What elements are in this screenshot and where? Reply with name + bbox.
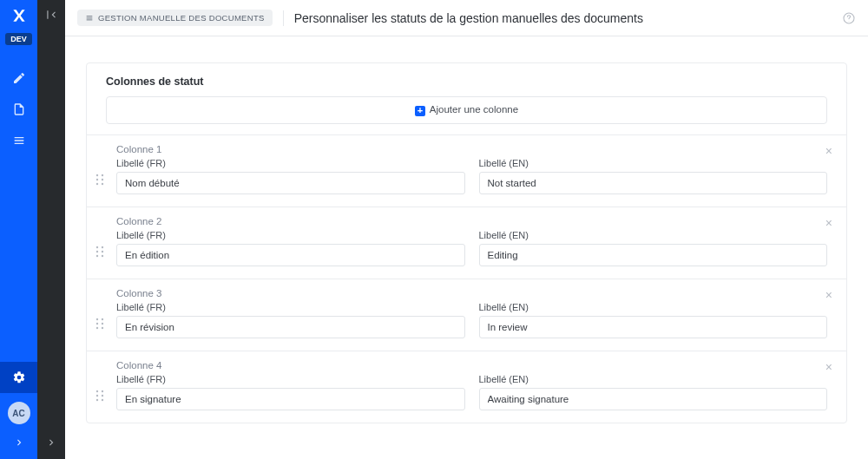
- content: Colonnes de statut +Ajouter une colonne …: [65, 36, 868, 459]
- column-title: Colonne 4: [99, 360, 827, 374]
- add-column-label: Ajouter une colonne: [430, 104, 518, 115]
- drag-handle-icon[interactable]: [95, 390, 104, 404]
- remove-column-icon[interactable]: ×: [825, 216, 832, 230]
- svg-point-9: [102, 246, 103, 247]
- column-title: Colonne 2: [99, 216, 827, 230]
- libelle-en-input[interactable]: [479, 388, 828, 410]
- breadcrumb-label: GESTION MANUELLE DES DOCUMENTS: [98, 13, 265, 23]
- svg-point-10: [96, 250, 98, 252]
- column-block: Colonne 3 × Libellé (FR) Libellé (EN): [87, 279, 846, 351]
- remove-column-icon[interactable]: ×: [825, 288, 832, 302]
- column-block: Colonne 4 × Libellé (FR) Libellé (EN): [87, 351, 846, 423]
- plus-icon: +: [415, 106, 425, 116]
- libelle-en-input[interactable]: [479, 244, 828, 266]
- svg-point-12: [96, 254, 98, 256]
- svg-point-7: [102, 182, 103, 184]
- libelle-fr-input[interactable]: [116, 244, 465, 266]
- svg-point-15: [102, 318, 103, 319]
- column-block: Colonne 1 × Libellé (FR) Libellé (EN): [87, 134, 846, 207]
- svg-point-24: [96, 398, 98, 400]
- svg-point-23: [102, 394, 103, 396]
- nav-settings-icon[interactable]: [0, 362, 37, 393]
- status-columns-card: Colonnes de statut +Ajouter une colonne …: [86, 62, 847, 423]
- drag-handle-icon[interactable]: [95, 174, 104, 188]
- libelle-en-input[interactable]: [479, 316, 828, 338]
- field-label-en: Libellé (EN): [479, 374, 828, 384]
- user-avatar[interactable]: AC: [8, 402, 30, 424]
- libelle-fr-input[interactable]: [116, 388, 465, 410]
- topbar-divider: [283, 10, 284, 26]
- svg-point-1: [849, 20, 850, 21]
- dev-badge: DEV: [5, 33, 32, 45]
- svg-point-17: [102, 322, 103, 324]
- svg-point-25: [102, 398, 103, 400]
- svg-point-22: [96, 394, 98, 396]
- column-title: Colonne 3: [99, 288, 827, 302]
- nav-document-icon[interactable]: [0, 94, 37, 125]
- svg-point-3: [102, 174, 103, 175]
- svg-point-8: [96, 246, 98, 247]
- main: GESTION MANUELLE DES DOCUMENTS Personnal…: [65, 0, 868, 459]
- page-title: Personnaliser les statuts de la gestion …: [294, 11, 832, 25]
- column-title: Colonne 1: [99, 144, 827, 158]
- svg-point-5: [102, 178, 103, 180]
- primary-sidebar: DEV AC: [0, 0, 37, 459]
- svg-point-6: [96, 182, 98, 184]
- remove-column-icon[interactable]: ×: [825, 144, 832, 158]
- drag-handle-icon[interactable]: [95, 318, 104, 332]
- nav-list-icon[interactable]: [0, 125, 37, 156]
- svg-point-13: [102, 254, 103, 256]
- remove-column-icon[interactable]: ×: [825, 360, 832, 374]
- svg-point-19: [102, 326, 103, 328]
- field-label-fr: Libellé (FR): [116, 374, 465, 384]
- libelle-fr-input[interactable]: [116, 172, 465, 194]
- field-label-en: Libellé (EN): [479, 158, 828, 168]
- secondary-chevron-icon[interactable]: [37, 429, 65, 456]
- svg-point-4: [96, 178, 98, 180]
- svg-point-16: [96, 322, 98, 324]
- card-title: Colonnes de statut: [87, 63, 846, 96]
- svg-point-20: [96, 390, 98, 391]
- secondary-sidebar: [37, 0, 65, 459]
- collapse-sidebar-icon[interactable]: [45, 9, 57, 23]
- svg-point-14: [96, 318, 98, 319]
- breadcrumb-icon: [85, 14, 94, 23]
- libelle-fr-input[interactable]: [116, 316, 465, 338]
- drag-handle-icon[interactable]: [95, 246, 104, 260]
- column-block: Colonne 2 × Libellé (FR) Libellé (EN): [87, 207, 846, 279]
- breadcrumb[interactable]: GESTION MANUELLE DES DOCUMENTS: [77, 10, 273, 26]
- field-label-en: Libellé (EN): [479, 230, 828, 240]
- app-logo: [10, 7, 28, 24]
- svg-point-18: [96, 326, 98, 328]
- libelle-en-input[interactable]: [479, 172, 828, 194]
- field-label-en: Libellé (EN): [479, 302, 828, 312]
- field-label-fr: Libellé (FR): [116, 158, 465, 168]
- help-icon[interactable]: [842, 11, 856, 25]
- topbar: GESTION MANUELLE DES DOCUMENTS Personnal…: [65, 0, 868, 36]
- add-column-button[interactable]: +Ajouter une colonne: [106, 96, 827, 124]
- svg-point-21: [102, 390, 103, 391]
- nav-edit-icon[interactable]: [0, 62, 37, 94]
- svg-point-11: [102, 250, 103, 252]
- sidebar-chevron-icon[interactable]: [0, 429, 37, 456]
- field-label-fr: Libellé (FR): [116, 230, 465, 240]
- field-label-fr: Libellé (FR): [116, 302, 465, 312]
- svg-point-2: [96, 174, 98, 175]
